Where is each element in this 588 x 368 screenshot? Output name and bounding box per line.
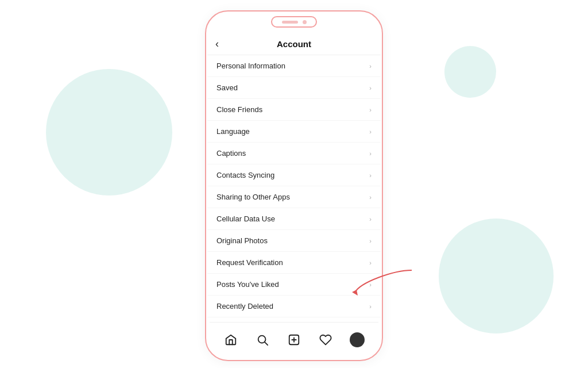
chevron-icon-posts-liked: › (369, 281, 372, 288)
notch-camera (303, 20, 307, 24)
menu-item-posts-liked[interactable]: Posts You've Liked› (207, 274, 381, 296)
chevron-icon-original-photos: › (369, 237, 372, 244)
menu-item-cellular-data-use[interactable]: Cellular Data Use› (207, 208, 381, 230)
menu-item-contacts-syncing[interactable]: Contacts Syncing› (207, 164, 381, 186)
nav-home[interactable] (223, 332, 238, 347)
menu-item-label-cellular-data-use: Cellular Data Use (216, 214, 275, 223)
menu-item-request-verification[interactable]: Request Verification› (207, 252, 381, 274)
phone-notch (271, 16, 317, 28)
chevron-icon-cellular-data-use: › (369, 216, 372, 223)
chevron-icon-contacts-syncing: › (369, 172, 372, 179)
svg-line-1 (265, 342, 268, 345)
chevron-icon-language: › (369, 128, 372, 135)
menu-item-saved[interactable]: Saved› (207, 77, 381, 99)
background-blob-right-bottom (439, 218, 554, 334)
menu-item-original-photos[interactable]: Original Photos› (207, 230, 381, 252)
nav-activity[interactable] (318, 332, 333, 347)
notch-speaker (282, 21, 298, 24)
menu-item-captions[interactable]: Captions› (207, 143, 381, 164)
menu-item-sharing-other-apps[interactable]: Sharing to Other Apps› (207, 186, 381, 208)
chevron-icon-personal-information: › (369, 63, 372, 70)
menu-item-recently-deleted[interactable]: Recently Deleted› (207, 296, 381, 317)
menu-item-label-posts-liked: Posts You've Liked (216, 280, 279, 289)
bottom-navigation (210, 322, 378, 356)
chevron-icon-recently-deleted: › (369, 303, 372, 310)
menu-item-label-recently-deleted: Recently Deleted (216, 302, 273, 310)
menu-item-label-sharing-other-apps: Sharing to Other Apps (216, 193, 290, 201)
menu-item-label-personal-information: Personal Information (216, 62, 285, 70)
menu-item-language[interactable]: Language› (207, 121, 381, 143)
menu-item-label-contacts-syncing: Contacts Syncing (216, 171, 274, 179)
menu-list: Personal Information›Saved›Close Friends… (207, 55, 381, 325)
menu-item-label-close-friends: Close Friends (216, 105, 262, 114)
menu-item-label-saved: Saved (216, 83, 238, 92)
menu-item-close-friends[interactable]: Close Friends› (207, 99, 381, 121)
nav-profile[interactable] (350, 332, 365, 347)
chevron-icon-request-verification: › (369, 259, 372, 266)
phone-screen: ‹ Account Personal Information›Saved›Clo… (207, 31, 381, 359)
chevron-icon-captions: › (369, 150, 372, 157)
phone-frame: ‹ Account Personal Information›Saved›Clo… (205, 10, 383, 361)
menu-item-label-original-photos: Original Photos (216, 236, 268, 245)
back-button[interactable]: ‹ (215, 38, 219, 50)
nav-search[interactable] (255, 332, 270, 347)
menu-item-personal-information[interactable]: Personal Information› (207, 55, 381, 77)
menu-item-label-captions: Captions (216, 149, 246, 158)
menu-item-label-language: Language (216, 127, 250, 136)
screen-header: ‹ Account (207, 31, 381, 55)
menu-item-label-request-verification: Request Verification (216, 258, 283, 267)
chevron-icon-saved: › (369, 85, 372, 91)
chevron-icon-close-friends: › (369, 106, 372, 113)
chevron-icon-sharing-other-apps: › (369, 194, 372, 201)
page-title: Account (277, 39, 311, 49)
background-blob-right-top (444, 46, 496, 98)
nav-new-post[interactable] (287, 332, 301, 347)
background-blob-left (46, 69, 172, 195)
